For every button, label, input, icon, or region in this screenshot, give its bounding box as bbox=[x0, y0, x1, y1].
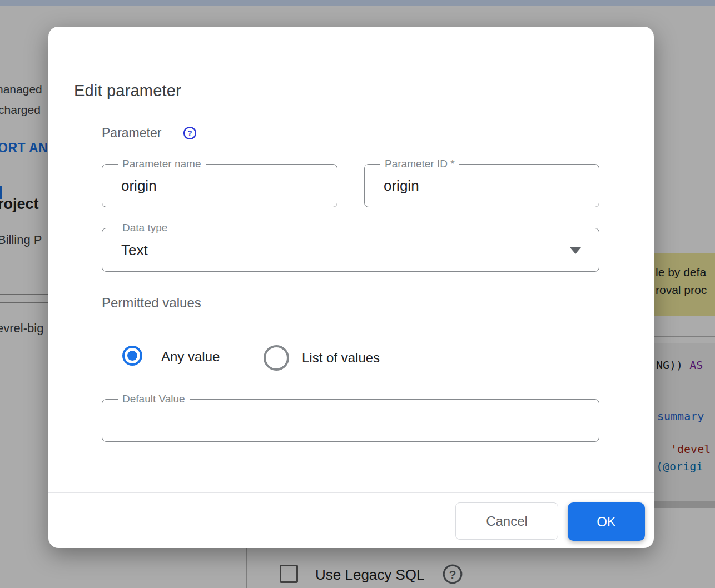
parameter-name-field[interactable]: Parameter name bbox=[102, 164, 337, 207]
parameter-name-label: Parameter name bbox=[118, 158, 206, 170]
radio-list-of-values[interactable] bbox=[264, 345, 289, 371]
parameter-id-field[interactable]: Parameter ID * bbox=[364, 164, 599, 207]
default-value-field[interactable]: Default Value bbox=[102, 399, 599, 442]
default-value-label: Default Value bbox=[118, 393, 190, 405]
svg-text:?: ? bbox=[187, 129, 192, 138]
parameter-name-input[interactable] bbox=[121, 177, 309, 195]
data-type-value: Text bbox=[121, 241, 148, 258]
parameter-id-input[interactable] bbox=[384, 177, 571, 195]
data-type-label: Data type bbox=[118, 222, 172, 234]
radio-any-value-label[interactable]: Any value bbox=[161, 349, 220, 365]
footer-divider bbox=[48, 492, 654, 493]
permitted-values-label: Permitted values bbox=[102, 295, 201, 311]
parameter-section-label: Parameter bbox=[102, 126, 161, 141]
radio-list-of-values-label[interactable]: List of values bbox=[302, 350, 380, 366]
dialog-title: Edit parameter bbox=[74, 82, 181, 100]
default-value-input[interactable] bbox=[121, 412, 518, 429]
chevron-down-icon bbox=[570, 247, 581, 254]
edit-parameter-dialog: Edit parameter Parameter ? Parameter nam… bbox=[48, 27, 654, 548]
parameter-id-label: Parameter ID * bbox=[380, 158, 459, 170]
radio-dot bbox=[127, 351, 137, 361]
cancel-button[interactable]: Cancel bbox=[455, 502, 558, 540]
data-type-dropdown[interactable]: Data type Text bbox=[102, 228, 599, 272]
parameter-help-icon[interactable]: ? bbox=[183, 126, 197, 140]
radio-any-value[interactable] bbox=[122, 346, 142, 366]
ok-button[interactable]: OK bbox=[568, 502, 645, 541]
